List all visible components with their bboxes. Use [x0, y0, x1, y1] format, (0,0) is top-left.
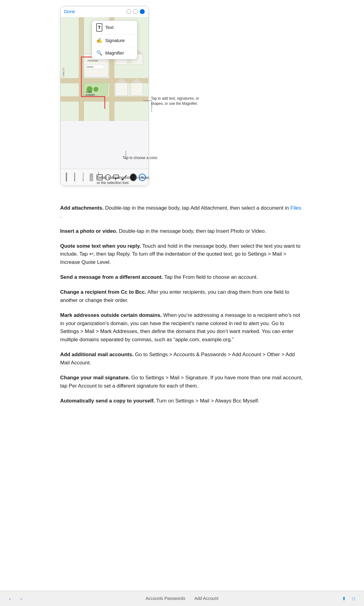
share-button[interactable]: ⬆	[339, 594, 349, 603]
svg-marker-31	[83, 179, 84, 182]
toolbar-magnifier-option[interactable]: 🔍 Magnifier	[92, 47, 137, 59]
nav-forward-button[interactable]: ›	[17, 594, 25, 603]
bottom-nav-right: ⬆ □	[270, 594, 364, 603]
section-bcc-self: Automatically send a copy to yourself. T…	[60, 397, 304, 405]
callout-add-text: Tap to add text, signatures, or shapes, …	[151, 96, 206, 106]
section-attachments-after: .	[60, 213, 62, 219]
toolbar-text-label: Text	[105, 24, 114, 31]
svg-marker-27	[66, 180, 67, 182]
tool-pencil2[interactable]	[71, 172, 78, 183]
tool-pencil3[interactable]	[80, 172, 87, 183]
section-different-account-text: Tap the From field to choose an account.	[164, 274, 258, 280]
section-mark-addresses-bold: Mark addresses outside certain domains.	[60, 312, 162, 318]
section-add-accounts: Add additional mail accounts. Go to Sett…	[60, 351, 304, 367]
section-bcc: Change a recipient from Cc to Bcc. After…	[60, 288, 304, 305]
section-signature: Change your mail signature. Go to Settin…	[60, 374, 304, 390]
accounts-passwords-label: Accounts Passwords	[146, 595, 185, 602]
bottom-nav-left: ‹ ›	[0, 594, 94, 603]
section-different-account-bold: Send a message from a different account.	[60, 274, 163, 280]
section-quote: Quote some text when you reply. Touch an…	[60, 242, 304, 267]
svg-marker-29	[74, 179, 75, 182]
section-bcc-self-text: Turn on Settings > Mail > Always Bcc Mys…	[156, 398, 260, 404]
toolbar-text-option[interactable]: T Text	[92, 21, 137, 35]
section-bcc-bold: Change a recipient from Cc to Bcc.	[60, 289, 146, 295]
svg-rect-30	[83, 172, 84, 179]
bottom-nav: ‹ › Accounts Passwords Add Account ⬆ □	[0, 591, 364, 606]
section-signature-bold: Change your mail signature.	[60, 375, 130, 381]
section-bcc-self-bold: Automatically send a copy to yourself.	[60, 398, 155, 404]
toolbar-signature-option[interactable]: ✍ Signature	[92, 34, 137, 47]
callout-drawing-tool: Select a drawing tool, the eraser, or th…	[97, 175, 152, 186]
tool-ruler[interactable]	[88, 172, 95, 183]
bookmark-button[interactable]: □	[349, 594, 358, 603]
svg-point-10	[94, 87, 98, 92]
status-icon-undo	[126, 9, 131, 14]
bottom-nav-center: Accounts Passwords Add Account	[94, 595, 270, 602]
callout-choose-color: Tap to choose a color.	[123, 155, 158, 161]
toolbar-magnifier-label: Magnifier	[105, 50, 124, 57]
nav-back-button[interactable]: ‹	[6, 594, 14, 603]
phone-status-icons	[126, 9, 145, 14]
section-photo-video-text: Double-tap in the message body, then tap…	[119, 228, 266, 234]
illustration-container: Done	[60, 6, 304, 195]
section-different-account: Send a message from a different account.…	[60, 273, 304, 282]
files-link[interactable]: Files	[290, 205, 301, 211]
tool-pencil1[interactable]	[63, 172, 70, 183]
text-icon: T	[96, 23, 102, 32]
status-icon-redo	[133, 9, 138, 14]
svg-text:LANE ST.: LANE ST.	[62, 67, 65, 76]
section-quote-bold: Quote some text when you reply.	[60, 243, 141, 249]
phone-done-button[interactable]: Done	[64, 8, 75, 15]
section-photo-video-bold: Insert a photo or video.	[60, 228, 118, 234]
section-attachments-text: Double-tap in the message body, tap Add …	[105, 205, 290, 211]
section-photo-video: Insert a photo or video. Double-tap in t…	[60, 227, 304, 236]
phone-status-bar: Done	[61, 6, 148, 17]
magnifier-icon: 🔍	[96, 49, 102, 57]
svg-text:Dinner: Dinner	[87, 66, 94, 68]
svg-rect-26	[66, 172, 67, 180]
svg-text:PARKING: PARKING	[87, 59, 98, 62]
svg-text:GARDEN: GARDEN	[86, 94, 95, 96]
section-attachments: Add attachments. Double-tap in the messa…	[60, 204, 304, 221]
svg-text:TOWN: TOWN	[86, 91, 92, 93]
signature-icon: ✍	[96, 37, 102, 44]
add-account-label: Add Account	[194, 595, 218, 602]
status-icon-compass	[140, 9, 145, 14]
svg-rect-23	[131, 83, 143, 96]
svg-rect-28	[74, 172, 75, 179]
section-mark-addresses: Mark addresses outside certain domains. …	[60, 311, 304, 344]
toolbar-signature-label: Signature	[105, 37, 125, 44]
section-attachments-bold: Add attachments.	[60, 205, 104, 211]
phone-map-area: MAIN ST. CENTER AVE. LANE ST. TOWN GARDE…	[61, 17, 148, 121]
toolbar-popup: T Text ✍ Signature 🔍 Magnifier	[92, 20, 137, 60]
section-add-accounts-bold: Add additional mail accounts.	[60, 352, 134, 357]
svg-rect-21	[115, 83, 128, 96]
